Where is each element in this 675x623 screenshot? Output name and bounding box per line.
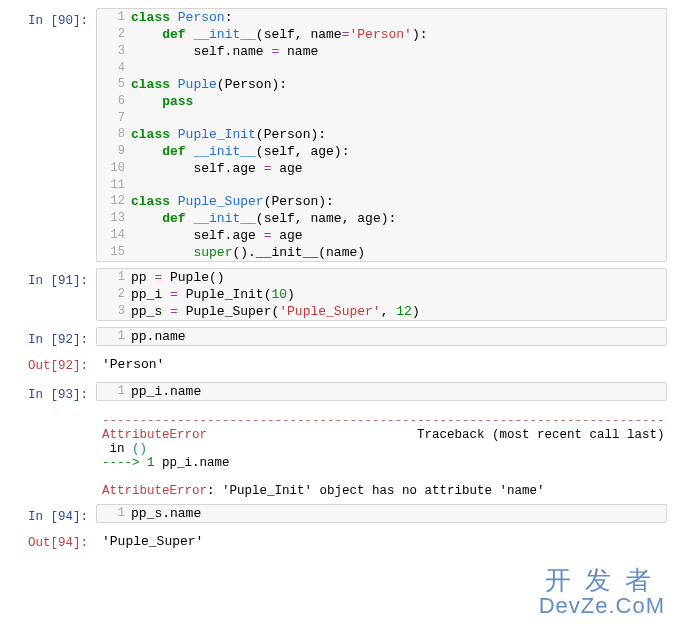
in-prompt: In [90]:: [8, 8, 96, 262]
cell-content: 1pp.name: [96, 327, 667, 347]
line-number: 5: [97, 76, 131, 93]
code-line: 1pp.name: [97, 328, 666, 345]
output-cell-row: Out[94]:'Puple_Super': [8, 530, 667, 553]
input-cell-row: In [93]:1pp_i.name: [8, 382, 667, 402]
code-content: pp_i = Puple_Init(10): [131, 286, 666, 303]
output-text: 'Person': [96, 353, 667, 376]
code-content: class Puple(Person):: [131, 76, 666, 93]
line-number: 1: [97, 505, 131, 522]
code-content: def __init__(self, name, age):: [131, 210, 666, 227]
output-cell-row: Out[92]:'Person': [8, 353, 667, 376]
code-cell[interactable]: 1pp_s.name: [96, 504, 667, 523]
input-cell-row: In [92]:1pp.name: [8, 327, 667, 347]
code-line: 1class Person:: [97, 9, 666, 26]
code-cell[interactable]: 1pp_i.name: [96, 382, 667, 401]
code-line: 3pp_s = Puple_Super('Puple_Super', 12): [97, 303, 666, 320]
code-content: pp = Puple(): [131, 269, 666, 286]
code-cell[interactable]: 1pp = Puple()2pp_i = Puple_Init(10)3pp_s…: [96, 268, 667, 321]
line-number: 3: [97, 303, 131, 320]
code-content: pp.name: [131, 328, 666, 345]
code-content: def __init__(self, age):: [131, 143, 666, 160]
code-content: class Puple_Init(Person):: [131, 126, 666, 143]
code-line: 3 self.name = name: [97, 43, 666, 60]
code-content: self.age = age: [131, 160, 666, 177]
output-text: 'Puple_Super': [96, 530, 667, 553]
line-number: 7: [97, 110, 131, 126]
code-content: [131, 110, 666, 126]
line-number: 1: [97, 9, 131, 26]
code-cell[interactable]: 1class Person:2 def __init__(self, name=…: [96, 8, 667, 262]
line-number: 1: [97, 328, 131, 345]
code-content: class Person:: [131, 9, 666, 26]
code-line: 6 pass: [97, 93, 666, 110]
input-cell-row: In [94]:1pp_s.name: [8, 504, 667, 524]
code-line: 12class Puple_Super(Person):: [97, 193, 666, 210]
cell-content: 1class Person:2 def __init__(self, name=…: [96, 8, 667, 262]
in-prompt: In [93]:: [8, 382, 96, 402]
code-content: pp_i.name: [131, 383, 666, 400]
code-content: pp_s = Puple_Super('Puple_Super', 12): [131, 303, 666, 320]
code-content: self.age = age: [131, 227, 666, 244]
in-prompt: In [94]:: [8, 504, 96, 524]
code-content: def __init__(self, name='Person'):: [131, 26, 666, 43]
line-number: 12: [97, 193, 131, 210]
code-line: 5class Puple(Person):: [97, 76, 666, 93]
in-prompt: In [91]:: [8, 268, 96, 321]
line-number: 6: [97, 93, 131, 110]
line-number: 10: [97, 160, 131, 177]
line-number: 2: [97, 26, 131, 43]
cell-content: 1pp_s.name: [96, 504, 667, 524]
code-content: super().__init__(name): [131, 244, 666, 261]
cell-content: ----------------------------------------…: [96, 408, 667, 498]
line-number: 1: [97, 383, 131, 400]
traceback: ----------------------------------------…: [96, 408, 667, 498]
input-cell-row: In [90]:1class Person:2 def __init__(sel…: [8, 8, 667, 262]
code-line: 1pp_i.name: [97, 383, 666, 400]
code-content: class Puple_Super(Person):: [131, 193, 666, 210]
code-line: 14 self.age = age: [97, 227, 666, 244]
line-number: 11: [97, 177, 131, 193]
cell-content: 'Person': [96, 353, 667, 376]
cell-content: 'Puple_Super': [96, 530, 667, 553]
cell-content: 1pp_i.name: [96, 382, 667, 402]
code-line: 7: [97, 110, 666, 126]
code-line: 15 super().__init__(name): [97, 244, 666, 261]
line-number: 8: [97, 126, 131, 143]
code-line: 13 def __init__(self, name, age):: [97, 210, 666, 227]
code-content: [131, 60, 666, 76]
code-content: self.name = name: [131, 43, 666, 60]
error-cell-row: ----------------------------------------…: [8, 408, 667, 498]
line-number: 9: [97, 143, 131, 160]
code-line: 4: [97, 60, 666, 76]
code-content: pass: [131, 93, 666, 110]
line-number: 1: [97, 269, 131, 286]
input-cell-row: In [91]:1pp = Puple()2pp_i = Puple_Init(…: [8, 268, 667, 321]
out-prompt: Out[92]:: [8, 353, 96, 376]
cell-content: 1pp = Puple()2pp_i = Puple_Init(10)3pp_s…: [96, 268, 667, 321]
code-line: 10 self.age = age: [97, 160, 666, 177]
code-line: 2pp_i = Puple_Init(10): [97, 286, 666, 303]
line-number: 3: [97, 43, 131, 60]
line-number: 13: [97, 210, 131, 227]
line-number: 14: [97, 227, 131, 244]
code-line: 9 def __init__(self, age):: [97, 143, 666, 160]
in-prompt: In [92]:: [8, 327, 96, 347]
code-line: 1pp = Puple(): [97, 269, 666, 286]
in-prompt: [8, 408, 96, 498]
line-number: 4: [97, 60, 131, 76]
code-line: 2 def __init__(self, name='Person'):: [97, 26, 666, 43]
line-number: 2: [97, 286, 131, 303]
code-content: [131, 177, 666, 193]
code-line: 8class Puple_Init(Person):: [97, 126, 666, 143]
line-number: 15: [97, 244, 131, 261]
code-line: 1pp_s.name: [97, 505, 666, 522]
code-line: 11: [97, 177, 666, 193]
code-cell[interactable]: 1pp.name: [96, 327, 667, 346]
out-prompt: Out[94]:: [8, 530, 96, 553]
code-content: pp_s.name: [131, 505, 666, 522]
